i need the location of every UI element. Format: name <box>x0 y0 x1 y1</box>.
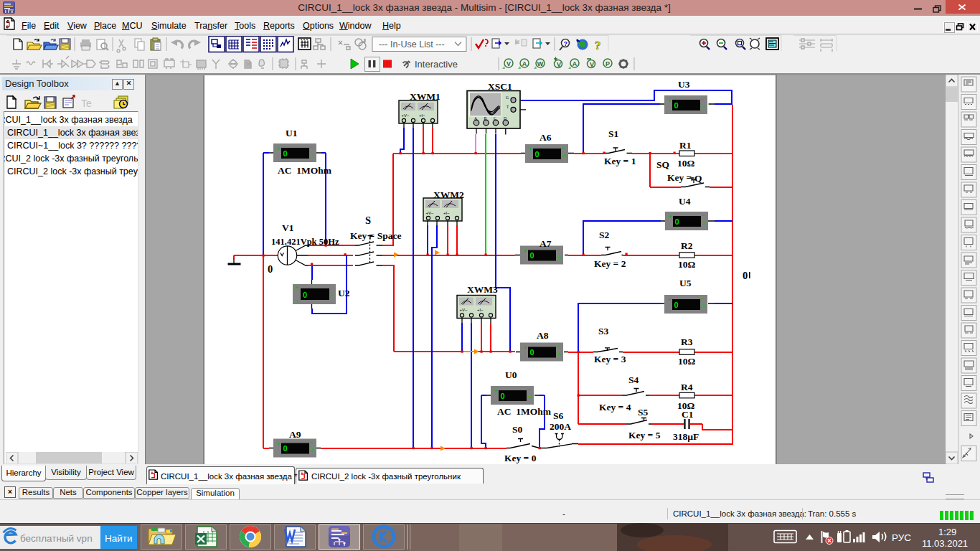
svg-text:U1: U1 <box>286 128 298 138</box>
svg-text:S4: S4 <box>628 375 639 385</box>
svg-text:V: V <box>702 303 705 309</box>
svg-text:A8: A8 <box>537 330 549 341</box>
svg-text:v: v <box>331 292 334 297</box>
svg-text:S0: S0 <box>512 424 523 435</box>
svg-text:A: A <box>557 352 561 357</box>
svg-text:XWM1: XWM1 <box>410 91 440 102</box>
svg-text:R1: R1 <box>679 140 692 151</box>
svg-text:S3: S3 <box>598 326 609 336</box>
svg-text:S1: S1 <box>608 128 619 139</box>
svg-text:U4: U4 <box>679 196 691 207</box>
svg-text:S: S <box>365 215 371 226</box>
svg-text:−: − <box>295 297 298 304</box>
svg-text:V: V <box>702 220 706 225</box>
svg-text:Key = 2: Key = 2 <box>594 258 626 269</box>
svg-text:U5: U5 <box>679 278 692 288</box>
svg-text:Key = Space: Key = Space <box>350 230 401 241</box>
svg-text:A: A <box>573 60 578 67</box>
svg-text:AC 1MOhm: AC 1MOhm <box>497 406 552 417</box>
svg-text:R3: R3 <box>681 336 693 347</box>
svg-text:0: 0 <box>268 263 273 275</box>
svg-text:V: V <box>557 61 561 68</box>
svg-text:A9: A9 <box>289 429 301 440</box>
svg-text:Q: Q <box>694 173 702 184</box>
svg-text:SQ: SQ <box>656 159 669 170</box>
svg-text:РУС: РУС <box>892 532 911 543</box>
svg-text:R4: R4 <box>681 382 693 392</box>
svg-text:Key = 1: Key = 1 <box>604 156 636 166</box>
svg-text:0: 0 <box>303 291 307 299</box>
svg-text:10Ω: 10Ω <box>678 356 696 367</box>
svg-text:Найти: Найти <box>105 533 133 544</box>
svg-text:V: V <box>528 395 532 400</box>
svg-text:A: A <box>474 116 477 121</box>
svg-text:A: A <box>557 255 561 260</box>
svg-text:U3: U3 <box>678 79 690 90</box>
svg-text:B: B <box>484 116 487 121</box>
svg-text:Key = 0: Key = 0 <box>504 453 537 463</box>
svg-text:C1: C1 <box>682 409 694 420</box>
svg-text:10Ω: 10Ω <box>678 259 696 270</box>
svg-text:Key =: Key = <box>667 172 692 183</box>
svg-text:200A: 200A <box>550 421 571 432</box>
svg-text:Key = 5: Key = 5 <box>628 430 661 441</box>
svg-text:11.03.2021: 11.03.2021 <box>922 538 968 549</box>
svg-text:0: 0 <box>743 270 748 281</box>
svg-text:?: ? <box>595 39 601 52</box>
svg-text:G: G <box>506 95 509 100</box>
svg-text:XWM3: XWM3 <box>467 284 498 295</box>
svg-text:S5: S5 <box>638 407 649 418</box>
svg-text:XWM2: XWM2 <box>433 189 464 200</box>
svg-text:Te: Te <box>81 98 92 109</box>
svg-text:S6: S6 <box>553 410 564 421</box>
svg-text:бесплатный vpn: бесплатный vpn <box>20 533 93 544</box>
svg-text:A: A <box>311 448 314 453</box>
svg-text:?: ? <box>564 40 568 47</box>
svg-text:10Ω: 10Ω <box>677 158 695 169</box>
svg-text:U0: U0 <box>505 369 517 380</box>
svg-text:R2: R2 <box>681 240 693 251</box>
svg-text:S2: S2 <box>599 230 610 240</box>
svg-text:141.421Vpk 50Hz: 141.421Vpk 50Hz <box>271 237 339 247</box>
svg-text:1:29: 1:29 <box>938 527 956 537</box>
svg-text:Key = 4: Key = 4 <box>599 402 631 413</box>
svg-text:XSC1: XSC1 <box>488 81 512 92</box>
svg-text:P: P <box>606 60 610 67</box>
svg-text:A6: A6 <box>540 132 552 143</box>
svg-text:Key = 3: Key = 3 <box>594 354 626 364</box>
svg-text:W: W <box>537 60 544 67</box>
svg-text:318µF: 318µF <box>673 431 699 442</box>
svg-text:A7: A7 <box>540 238 552 249</box>
svg-text:A: A <box>522 60 527 67</box>
svg-text:U2: U2 <box>338 288 350 298</box>
svg-text:A: A <box>562 153 566 158</box>
svg-text:--- In-Use List ---: --- In-Use List --- <box>379 39 445 50</box>
svg-text:Interactive: Interactive <box>415 59 458 70</box>
svg-text:V: V <box>311 152 314 157</box>
svg-text:AC 1MOhm: AC 1MOhm <box>278 165 332 176</box>
svg-text:+: + <box>295 284 298 291</box>
svg-text:C: C <box>494 116 496 121</box>
svg-text:D: D <box>504 116 507 121</box>
svg-text:V: V <box>507 60 511 67</box>
svg-text:V1: V1 <box>282 222 294 233</box>
svg-text:V: V <box>590 61 594 68</box>
svg-text:V: V <box>702 104 705 109</box>
